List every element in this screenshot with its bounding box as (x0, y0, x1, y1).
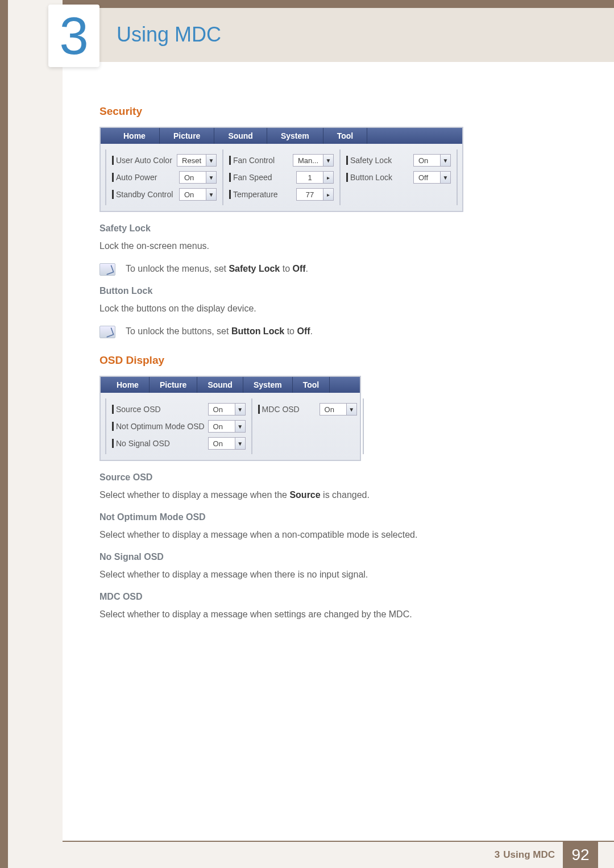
security-heading: Security (99, 105, 571, 118)
chevron-right-icon: ▸ (323, 189, 333, 200)
osd-col-b: MDC OSD On▼ (251, 398, 364, 454)
not-optimum-text: Select whether to display a message when… (99, 528, 571, 542)
label-user-auto-color: User Auto Color (112, 156, 173, 165)
row-fan-speed: Fan Speed 1▸ (229, 169, 334, 186)
tab-picture[interactable]: Picture (160, 128, 214, 144)
dropdown-fan-control[interactable]: Man...▼ (293, 154, 334, 167)
osd-panel: Home Picture Sound System Tool Source OS… (99, 376, 361, 461)
row-button-lock: Button Lock Off▼ (346, 169, 451, 186)
tab-system[interactable]: System (267, 128, 323, 144)
spinner-fan-speed[interactable]: 1▸ (296, 171, 334, 184)
label-safety-lock: Safety Lock (346, 156, 410, 165)
mdc-osd-text: Select whether to display a message when… (99, 608, 571, 621)
page-footer: 3 Using MDC 92 (63, 841, 614, 868)
dropdown-safety-lock[interactable]: On▼ (413, 154, 451, 167)
row-standby-control: Standby Control On▼ (112, 186, 217, 203)
row-mdc-osd: MDC OSD On▼ (258, 401, 357, 418)
dropdown-user-auto-color[interactable]: Reset▼ (177, 154, 217, 167)
label-fan-speed: Fan Speed (229, 173, 293, 182)
mdc-osd-heading: MDC OSD (99, 592, 571, 602)
chevron-down-icon: ▼ (323, 155, 333, 166)
page-number: 92 (563, 842, 598, 868)
chevron-down-icon: ▼ (235, 438, 245, 449)
page-content: Security Home Picture Sound System Tool … (99, 105, 571, 630)
chevron-down-icon: ▼ (206, 155, 216, 166)
chevron-down-icon: ▼ (235, 404, 245, 415)
row-not-optimum-osd: Not Optimum Mode OSD On▼ (112, 418, 246, 435)
row-safety-lock: Safety Lock On▼ (346, 152, 451, 169)
dropdown-standby-control[interactable]: On▼ (179, 188, 217, 201)
dropdown-not-optimum-osd[interactable]: On▼ (208, 420, 246, 433)
footer-chapter-title: Using MDC (503, 849, 563, 861)
security-col-1: User Auto Color Reset▼ Auto Power On▼ St… (105, 149, 223, 205)
label-temperature: Temperature (229, 190, 293, 199)
safety-lock-text: Lock the on-screen menus. (99, 239, 571, 253)
security-col-2: Fan Control Man...▼ Fan Speed 1▸ Tempera… (222, 149, 341, 205)
safety-lock-heading: Safety Lock (99, 223, 571, 234)
chapter-title: Using MDC (117, 23, 221, 47)
left-sidebar (0, 0, 63, 868)
osd-heading: OSD Display (99, 354, 571, 367)
footer-chapter-num: 3 (495, 849, 503, 861)
no-signal-text: Select whether to display a message when… (99, 568, 571, 582)
tab-sound-2[interactable]: Sound (197, 377, 243, 393)
chevron-down-icon: ▼ (206, 172, 216, 183)
security-panel: Home Picture Sound System Tool User Auto… (99, 127, 463, 212)
tab-home-2[interactable]: Home (101, 377, 150, 393)
row-no-signal-osd: No Signal OSD On▼ (112, 435, 246, 452)
chevron-down-icon: ▼ (206, 189, 216, 200)
security-tabs: Home Picture Sound System Tool (101, 128, 462, 144)
tab-system-2[interactable]: System (243, 377, 293, 393)
chevron-down-icon: ▼ (346, 404, 356, 415)
label-standby-control: Standby Control (112, 190, 176, 199)
tab-picture-2[interactable]: Picture (150, 377, 197, 393)
row-user-auto-color: User Auto Color Reset▼ (112, 152, 217, 169)
chevron-right-icon: ▸ (323, 172, 333, 183)
button-lock-note: To unlock the buttons, set Button Lock t… (99, 325, 571, 338)
chevron-down-icon: ▼ (440, 155, 450, 166)
label-mdc-osd: MDC OSD (258, 405, 316, 414)
row-auto-power: Auto Power On▼ (112, 169, 217, 186)
dropdown-source-osd[interactable]: On▼ (208, 403, 246, 416)
label-source-osd: Source OSD (112, 405, 205, 414)
no-signal-heading: No Signal OSD (99, 552, 571, 562)
button-lock-note-text: To unlock the buttons, set Button Lock t… (126, 325, 313, 338)
source-osd-text: Select whether to display a message when… (99, 488, 571, 502)
security-col-3: Safety Lock On▼ Button Lock Off▼ (339, 149, 458, 205)
safety-lock-note: To unlock the menus, set Safety Lock to … (99, 262, 571, 276)
osd-col-a: Source OSD On▼ Not Optimum Mode OSD On▼ … (105, 398, 252, 454)
chapter-number: 3 (59, 10, 88, 62)
row-fan-control: Fan Control Man...▼ (229, 152, 334, 169)
label-not-optimum-osd: Not Optimum Mode OSD (112, 422, 205, 431)
dropdown-auto-power[interactable]: On▼ (179, 171, 217, 184)
tab-home[interactable]: Home (101, 128, 160, 144)
dropdown-button-lock[interactable]: Off▼ (413, 171, 451, 184)
dropdown-mdc-osd[interactable]: On▼ (320, 403, 357, 416)
spinner-temperature[interactable]: 77▸ (296, 188, 334, 201)
button-lock-heading: Button Lock (99, 286, 571, 296)
label-fan-control: Fan Control (229, 156, 289, 165)
note-icon (99, 263, 115, 276)
safety-lock-note-text: To unlock the menus, set Safety Lock to … (126, 262, 308, 276)
tab-tool-2[interactable]: Tool (293, 377, 330, 393)
chevron-down-icon: ▼ (235, 421, 245, 432)
tab-tool[interactable]: Tool (323, 128, 368, 144)
label-button-lock: Button Lock (346, 173, 410, 182)
chapter-badge: 3 (48, 5, 99, 67)
osd-tabs: Home Picture Sound System Tool (101, 377, 360, 393)
not-optimum-heading: Not Optimum Mode OSD (99, 512, 571, 522)
dropdown-no-signal-osd[interactable]: On▼ (208, 437, 246, 450)
label-no-signal-osd: No Signal OSD (112, 439, 205, 448)
chevron-down-icon: ▼ (440, 172, 450, 183)
tab-sound[interactable]: Sound (214, 128, 267, 144)
row-temperature: Temperature 77▸ (229, 186, 334, 203)
row-source-osd: Source OSD On▼ (112, 401, 246, 418)
label-auto-power: Auto Power (112, 173, 176, 182)
button-lock-text: Lock the buttons on the display device. (99, 302, 571, 315)
note-icon (99, 326, 115, 338)
source-osd-heading: Source OSD (99, 472, 571, 483)
